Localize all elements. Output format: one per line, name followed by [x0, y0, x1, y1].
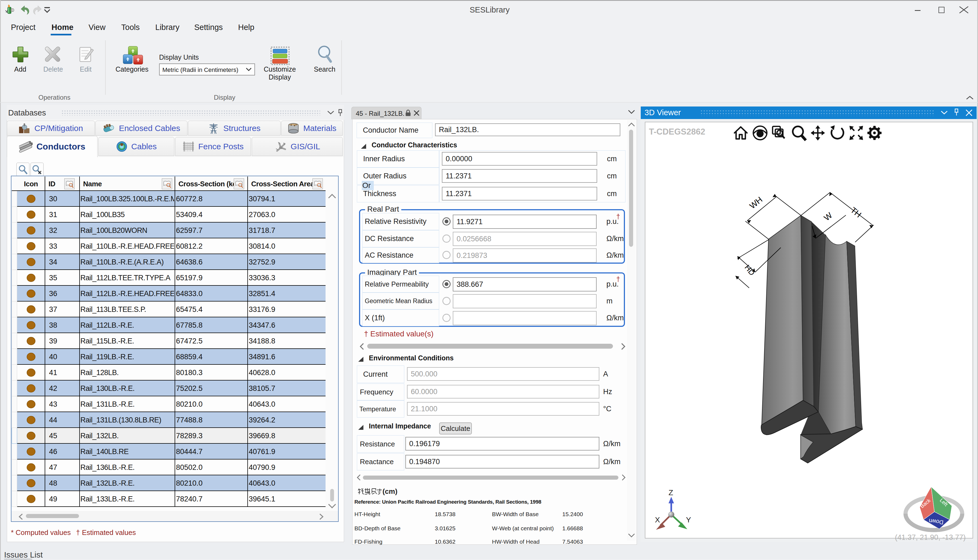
svg-text:Z: Z: [668, 488, 673, 497]
svg-text:TH: TH: [849, 205, 863, 219]
svg-text:X: X: [655, 516, 660, 524]
svg-text:Y: Y: [686, 516, 691, 524]
svg-text:WH: WH: [748, 195, 764, 210]
svg-text:HD: HD: [743, 263, 756, 277]
svg-text:W: W: [822, 210, 834, 223]
